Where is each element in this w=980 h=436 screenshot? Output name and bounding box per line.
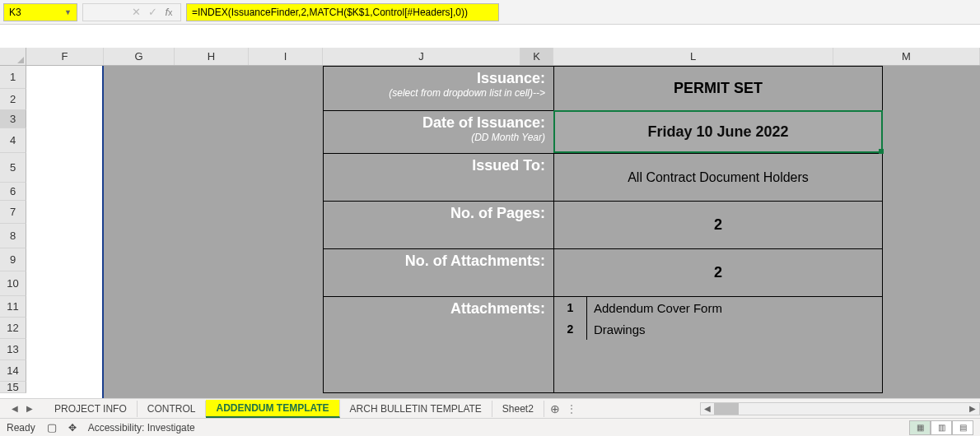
column-F-area[interactable] bbox=[26, 66, 104, 415]
row-header-14[interactable]: 14 bbox=[0, 360, 26, 382]
macro-record-icon[interactable]: ▢ bbox=[47, 421, 57, 434]
page-layout-view-button[interactable]: ▥ bbox=[931, 420, 952, 435]
form-block: Issuance: (select from dropdown list in … bbox=[323, 66, 883, 393]
attachment-text: Addendum Cover Form bbox=[587, 297, 882, 318]
row-header-13[interactable]: 13 bbox=[0, 339, 26, 360]
row-header-12[interactable]: 12 bbox=[0, 318, 26, 339]
row-header-10[interactable]: 10 bbox=[0, 271, 26, 296]
row-header-1[interactable]: 1 bbox=[0, 66, 26, 89]
select-all-corner[interactable] bbox=[0, 48, 26, 65]
normal-view-button[interactable]: ▦ bbox=[909, 420, 931, 435]
formula-bar: K3 ▼ ✕ ✓ fx =INDEX(IssuanceFinder,2,MATC… bbox=[0, 0, 980, 25]
row-header-11[interactable]: 11 bbox=[0, 296, 26, 318]
fx-icon[interactable]: fx bbox=[161, 4, 177, 21]
value-pages-text: 2 bbox=[714, 216, 722, 234]
sheet-tab-arch-bulletin-template[interactable]: ARCH BULLETIN TEMPLATE bbox=[340, 401, 492, 417]
scroll-thumb[interactable] bbox=[714, 403, 739, 415]
col-header-K[interactable]: K bbox=[520, 48, 553, 65]
label-issued-to-title: Issued To: bbox=[472, 157, 545, 174]
row-header-3[interactable]: 3 bbox=[0, 110, 26, 128]
row-header-6[interactable]: 6 bbox=[0, 183, 26, 201]
tabs-divider-icon: ⋮ bbox=[566, 402, 577, 415]
status-bar: Ready ▢ ✥ Accessibility: Investigate ▦ ▥… bbox=[0, 418, 980, 436]
label-attachments-title: Attachments: bbox=[450, 300, 545, 317]
row-header-8[interactable]: 8 bbox=[0, 224, 26, 248]
value-issued-to[interactable]: All Contract Document Holders bbox=[554, 154, 882, 201]
name-box-value: K3 bbox=[9, 7, 21, 18]
scroll-right-icon[interactable]: ▶ bbox=[966, 404, 979, 413]
scroll-left-icon[interactable]: ◀ bbox=[701, 404, 714, 413]
label-issued-to: Issued To: bbox=[324, 154, 554, 201]
row-header-7[interactable]: 7 bbox=[0, 201, 26, 224]
name-box[interactable]: K3 ▼ bbox=[3, 3, 77, 21]
label-date-title: Date of Issuance: bbox=[422, 114, 545, 131]
label-date-sub: (DD Month Year) bbox=[327, 132, 545, 143]
value-issuance[interactable]: PERMIT SET bbox=[554, 67, 882, 110]
value-issued-to-text: All Contract Document Holders bbox=[628, 170, 809, 185]
label-attachments: Attachments: bbox=[324, 297, 554, 392]
confirm-icon[interactable]: ✓ bbox=[144, 4, 161, 21]
row-header-5[interactable]: 5 bbox=[0, 153, 26, 183]
attachment-text: Drawings bbox=[587, 318, 882, 340]
value-attach-count[interactable]: 2 bbox=[554, 249, 882, 296]
formula-input[interactable]: =INDEX(IssuanceFinder,2,MATCH($K$1,Contr… bbox=[186, 3, 499, 21]
label-issuance-sub: (select from dropdown list in cell)--> bbox=[327, 87, 545, 99]
row-header-4[interactable]: 4 bbox=[0, 128, 26, 153]
value-attach-count-text: 2 bbox=[714, 264, 722, 281]
cells-canvas[interactable]: Issuance: (select from dropdown list in … bbox=[26, 66, 980, 415]
sheet-tab-addendum-template[interactable]: ADDENDUM TEMPLATE bbox=[206, 400, 339, 418]
formula-bar-controls: ✕ ✓ fx bbox=[82, 3, 181, 21]
label-pages-title: No. of Pages: bbox=[450, 205, 545, 221]
tab-nav: ◀ ▶ bbox=[8, 402, 44, 415]
attachment-number: 1 bbox=[554, 297, 587, 318]
col-header-H[interactable]: H bbox=[175, 48, 249, 65]
row-header-2[interactable]: 2 bbox=[0, 89, 26, 110]
label-issuance: Issuance: (select from dropdown list in … bbox=[324, 67, 554, 110]
view-buttons: ▦ ▥ ▤ bbox=[909, 420, 973, 435]
attachment-row[interactable]: 1 Addendum Cover Form bbox=[554, 297, 882, 318]
sheet-tabs-bar: ◀ ▶ PROJECT INFO CONTROL ADDENDUM TEMPLA… bbox=[0, 398, 980, 418]
status-ready: Ready bbox=[7, 422, 35, 434]
attachment-row[interactable]: 2 Drawings bbox=[554, 318, 882, 340]
formula-text: =INDEX(IssuanceFinder,2,MATCH($K$1,Contr… bbox=[192, 7, 468, 18]
horizontal-scrollbar[interactable]: ◀ ▶ bbox=[700, 402, 980, 415]
cancel-icon[interactable]: ✕ bbox=[128, 4, 144, 21]
label-issuance-title: Issuance: bbox=[477, 70, 545, 86]
label-attach-count-title: No. of Attachments: bbox=[405, 253, 545, 269]
row-header-15[interactable]: 15 bbox=[0, 382, 26, 393]
tab-prev-icon[interactable]: ◀ bbox=[8, 402, 21, 415]
name-box-dropdown-icon[interactable]: ▼ bbox=[64, 8, 72, 16]
scroll-track[interactable] bbox=[714, 403, 966, 415]
page-break-view-button[interactable]: ▤ bbox=[952, 420, 973, 435]
col-header-F[interactable]: F bbox=[26, 48, 104, 65]
accessibility-icon[interactable]: ✥ bbox=[68, 422, 77, 434]
new-sheet-button[interactable]: ⊕ bbox=[544, 401, 566, 417]
row-header-9[interactable]: 9 bbox=[0, 248, 26, 271]
sheet-tab-project-info[interactable]: PROJECT INFO bbox=[44, 401, 138, 417]
value-issuance-text: PERMIT SET bbox=[674, 80, 763, 97]
row-headers: 1 2 3 4 5 6 7 8 9 10 11 12 13 14 15 bbox=[0, 66, 26, 393]
sheet-tab-control[interactable]: CONTROL bbox=[138, 401, 207, 417]
col-header-G[interactable]: G bbox=[104, 48, 175, 65]
column-headers: F G H I J K L M bbox=[0, 48, 980, 66]
label-pages: No. of Pages: bbox=[324, 202, 554, 248]
label-attach-count: No. of Attachments: bbox=[324, 249, 554, 296]
value-date[interactable]: Friday 10 June 2022 bbox=[554, 111, 882, 153]
value-pages[interactable]: 2 bbox=[554, 202, 882, 248]
value-date-text: Friday 10 June 2022 bbox=[647, 123, 788, 141]
grid-area[interactable]: 1 2 3 4 5 6 7 8 9 10 11 12 13 14 15 Issu… bbox=[0, 66, 980, 415]
col-header-L[interactable]: L bbox=[553, 48, 833, 65]
sheet-tab-sheet2[interactable]: Sheet2 bbox=[492, 401, 544, 417]
label-date: Date of Issuance: (DD Month Year) bbox=[324, 111, 554, 153]
tab-next-icon[interactable]: ▶ bbox=[23, 402, 36, 415]
col-header-J[interactable]: J bbox=[323, 48, 520, 65]
attachment-number: 2 bbox=[554, 318, 587, 340]
accessibility-text[interactable]: Accessibility: Investigate bbox=[88, 422, 195, 434]
col-header-I[interactable]: I bbox=[249, 48, 323, 65]
col-header-M[interactable]: M bbox=[833, 48, 980, 65]
attachments-list: 1 Addendum Cover Form 2 Drawings bbox=[554, 297, 882, 392]
